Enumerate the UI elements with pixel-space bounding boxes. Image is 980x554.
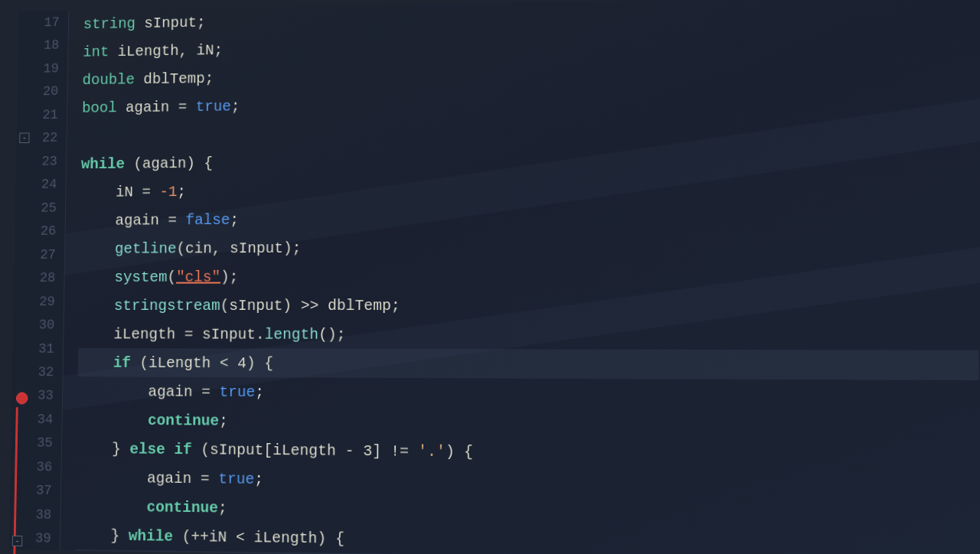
token-fn: system <box>114 269 167 286</box>
token-var: ( <box>167 268 176 285</box>
line-number-36: 36 <box>10 455 60 479</box>
token-if: if <box>78 354 131 371</box>
token-var: iLength = sInput. <box>78 325 264 343</box>
token-var <box>76 497 147 516</box>
token-var <box>77 411 149 429</box>
token-var <box>79 297 114 314</box>
fold-icon-22[interactable]: - <box>19 133 29 144</box>
line-number-25: 25 <box>15 196 66 220</box>
token-type: string <box>83 15 136 32</box>
code-line-26: system("cls"); <box>79 260 977 291</box>
token-var: dblTemp; <box>135 70 214 88</box>
line-number-20: 20 <box>17 80 67 103</box>
token-var <box>79 269 114 286</box>
line-number-21: 21 <box>17 103 67 126</box>
token-bool: true <box>219 383 255 400</box>
token-char: '.' <box>418 442 446 461</box>
code-line-25: getline(cin, sInput); <box>80 230 977 262</box>
line-number-38: 38 <box>9 503 60 527</box>
token-type: double <box>82 70 135 88</box>
token-fn: getline <box>115 240 177 257</box>
token-punc: ; <box>255 383 264 401</box>
token-continue: continue <box>148 412 219 429</box>
line-number-30: 30 <box>13 313 64 337</box>
code-content: string sInput; int iLength, iN; double d… <box>60 0 980 554</box>
token-bool: false <box>185 211 230 229</box>
token-var: iLength, iN; <box>109 41 223 60</box>
line-number-35: 35 <box>11 431 61 455</box>
token-punc: ; <box>254 470 263 487</box>
token-bool: true <box>196 97 231 115</box>
token-var: ); <box>220 268 238 285</box>
token-var: again = <box>77 383 219 401</box>
line-number-29: 29 <box>13 289 64 313</box>
line-number-33: 33 <box>11 384 62 408</box>
token-var: (sInput[iLength - 3] != <box>192 441 418 460</box>
line-numbers-panel: 17 18 19 20 21 22 - 23 24 25 26 27 28 29… <box>9 11 69 551</box>
token-var <box>80 240 115 258</box>
token-var: (); <box>318 325 346 343</box>
token-str: "cls" <box>176 268 220 285</box>
line-number-32: 32 <box>12 360 63 384</box>
code-line-24: again = false; <box>80 201 976 235</box>
token-var: again = <box>76 468 218 487</box>
line-number-18: 18 <box>18 34 67 57</box>
line-number-26: 26 <box>15 220 65 243</box>
line-number-22: 22 - <box>16 126 67 150</box>
line-number-19: 19 <box>18 57 67 80</box>
code-editor: 17 18 19 20 21 22 - 23 24 25 26 27 28 29… <box>9 0 980 554</box>
token-else-if: else if <box>129 440 192 458</box>
token-punc: ; <box>219 412 228 429</box>
token-var: (sInput) >> dblTemp; <box>220 297 400 314</box>
token-var: } <box>77 440 130 458</box>
token-type: bool <box>82 99 117 116</box>
code-line-29: if (iLength < 4) { <box>78 348 979 380</box>
token-var: } <box>75 526 129 545</box>
code-line-27: stringstream(sInput) >> dblTemp; <box>79 290 978 320</box>
token-var: again = <box>80 211 186 229</box>
token-punc: ; <box>177 183 186 200</box>
token-var: ) { <box>446 442 473 461</box>
token-punc: ; <box>218 499 227 517</box>
token-punc: ; <box>231 97 240 114</box>
line-number-23: 23 <box>16 149 67 173</box>
token-var: (iLength < 4) { <box>131 354 273 372</box>
line-number-17: 17 <box>18 11 68 34</box>
token-punc: ; <box>230 211 239 229</box>
line-number-24: 24 <box>15 172 66 196</box>
token-num: -1 <box>159 183 177 200</box>
token-bool: true <box>218 470 254 487</box>
token-var: (again) { <box>125 155 213 172</box>
token-var: (cin, sInput); <box>176 240 301 257</box>
fold-icon-39[interactable]: - <box>12 536 23 546</box>
line-number-31: 31 <box>12 337 63 360</box>
token-while: while <box>81 155 125 173</box>
token-var: (++iN < iLength) { <box>173 527 345 547</box>
token-fn: stringstream <box>114 297 220 314</box>
token-continue: continue <box>146 498 218 517</box>
breakpoint-33[interactable] <box>16 392 28 404</box>
line-number-27: 27 <box>14 243 64 266</box>
token-while2: while <box>129 526 174 545</box>
token-var: again = <box>116 98 195 116</box>
line-number-39: - 39 <box>9 526 60 551</box>
token-var: iN = <box>80 183 159 200</box>
line-number-34: 34 <box>11 407 62 431</box>
token-type: int <box>83 43 109 60</box>
line-number-28: 28 <box>14 266 64 290</box>
token-fn: length <box>265 325 319 343</box>
code-line-28: iLength = sInput.length(); <box>78 320 978 350</box>
line-number-37: 37 <box>10 478 60 503</box>
token-var: sInput; <box>136 14 206 32</box>
